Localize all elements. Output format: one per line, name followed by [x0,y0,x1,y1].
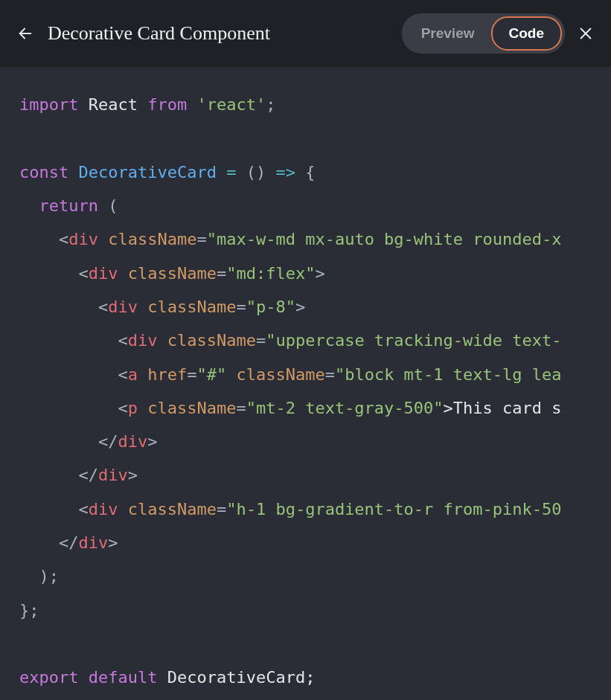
code-token: "block mt-1 text-lg lea [335,365,562,384]
code-token: </ [19,466,98,484]
code-token: div [118,432,147,451]
code-token: => [275,163,295,182]
close-button[interactable] [575,23,596,44]
code-token [19,196,39,215]
code-token: = [217,264,226,283]
code-token: = [187,365,196,384]
code-token: return [39,196,98,215]
code-token [187,95,196,114]
code-editor[interactable]: import React from 'react'; const Decorat… [0,67,611,700]
code-token: "mt-2 text-gray-500" [246,399,444,417]
code-token: div [78,533,108,552]
code-token: > [147,432,157,451]
back-button[interactable] [15,23,36,44]
code-token: div [108,298,138,316]
code-token: className [108,230,196,248]
code-token: "uppercase tracking-wide text- [266,331,561,350]
code-token: className [128,500,217,518]
code-token: a [128,365,138,384]
arrow-left-icon [17,25,33,42]
code-token: ; [266,95,275,114]
code-token: className [236,365,324,384]
code-token: div [98,466,128,484]
code-token: () [236,163,275,182]
code-token: "p-8" [246,298,295,316]
code-token: = [325,365,335,384]
code-token: = [226,163,236,182]
code-token: < [19,264,89,283]
code-token: > [108,533,118,552]
view-toggle: Preview Code [402,13,565,54]
tab-code[interactable]: Code [491,16,563,51]
header-bar: Decorative Card Component Preview Code [0,0,611,67]
code-token [78,668,88,687]
code-token: React [78,95,147,114]
code-token: const [19,163,68,182]
close-icon [578,25,594,42]
code-token: = [196,230,206,248]
code-token: ( [98,196,118,215]
code-token: "h-1 bg-gradient-to-r from-pink-50 [226,500,561,518]
code-token [138,298,147,316]
code-token: > [315,264,324,283]
code-token: < [19,298,108,316]
code-token: = [236,399,246,417]
tab-preview[interactable]: Preview [405,18,491,49]
code-token: href [147,365,187,384]
code-token [217,163,226,182]
code-token: </ [19,533,78,552]
page-title: Decorative Card Component [48,22,402,45]
code-token: }; [19,601,39,620]
code-token: div [128,331,158,350]
code-token: "max-w-md mx-auto bg-white rounded-x [207,230,562,248]
code-token: import [19,95,78,114]
code-token: = [236,298,246,316]
code-token: < [19,399,128,417]
code-token [68,163,78,182]
code-token: >This card s [444,399,562,417]
code-token: = [217,500,226,518]
code-token [118,264,127,283]
code-token: { [295,163,316,182]
code-token [157,331,167,350]
code-token: div [89,500,118,518]
code-token: < [19,331,128,350]
code-token: < [19,500,89,518]
code-token: div [89,264,118,283]
code-token: div [68,230,98,248]
code-token: </ [19,432,118,451]
code-token: > [128,466,138,484]
code-token: = [256,331,266,350]
code-token: export [19,668,78,687]
code-token [226,365,236,384]
code-token: className [167,331,256,350]
code-token: p [128,399,138,417]
code-token: "md:flex" [226,264,315,283]
code-token: > [295,298,305,316]
code-token: className [147,298,236,316]
code-token: DecorativeCard; [157,668,315,687]
code-token: < [19,365,128,384]
code-token: default [89,668,158,687]
code-token [138,365,147,384]
code-token: 'react' [196,95,266,114]
code-token: className [128,264,217,283]
code-token: from [147,95,187,114]
code-token [138,399,147,417]
code-token: ); [19,567,59,585]
code-token [98,230,108,248]
code-token: "#" [196,365,226,384]
code-token [118,500,127,518]
code-token: DecorativeCard [78,163,216,182]
code-token: < [19,230,68,248]
code-token: className [147,399,236,417]
